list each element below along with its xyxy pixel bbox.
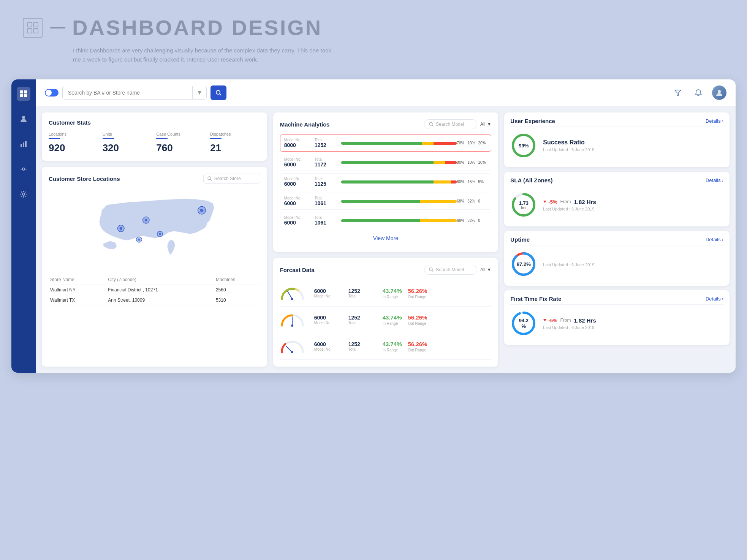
stat-units: Units 320: [103, 132, 153, 154]
forecast-header: Forcast Data Search Model All: [280, 265, 492, 275]
bar-pcts-2: 80% 15% 5%: [457, 180, 487, 184]
usa-map: [49, 188, 260, 272]
filter-button[interactable]: [671, 86, 685, 100]
store-col-name: Store Name: [49, 275, 106, 285]
forecast-search[interactable]: Search Model: [424, 265, 477, 275]
map-search[interactable]: Search Store: [203, 174, 260, 184]
svg-line-33: [432, 125, 433, 126]
analytics-filter-dropdown[interactable]: All ▼: [480, 122, 491, 127]
notification-button[interactable]: [692, 86, 705, 100]
stat-locations-bar: [49, 138, 60, 139]
svg-marker-46: [543, 201, 546, 203]
uptime-value: 87.2%: [517, 261, 531, 267]
sla-row: 1.73 hrs -5% From 1.82 Hr: [510, 188, 723, 221]
uptime-row: 87.2% Last Updated : 6 June 2019: [510, 248, 723, 280]
uptime-header: Uptime Details ›: [510, 236, 723, 243]
map-search-placeholder: Search Store: [214, 176, 241, 181]
store-locations-title: Customer Store Locations: [49, 176, 120, 182]
ux-header: User Experience Details ›: [510, 118, 723, 124]
svg-point-41: [291, 351, 293, 353]
svg-rect-1: [33, 22, 38, 27]
sidebar-item-grid[interactable]: [17, 87, 30, 101]
success-ratio-label: Success Ratio: [543, 139, 723, 146]
model-info-0: Model No. 8000: [284, 138, 315, 148]
sla-title: SLA (All Zones): [510, 177, 552, 184]
sla-info: -5% From 1.82 Hrs Last Updated : 6 June …: [543, 199, 723, 211]
svg-point-19: [718, 90, 721, 93]
table-row: Wallmart TX Ann Street, 10009 5310: [49, 295, 260, 305]
svg-point-15: [22, 193, 25, 195]
stat-case-counts: Case Counts 760: [156, 132, 206, 154]
uptime-details-link[interactable]: Details ›: [706, 237, 723, 242]
svg-line-35: [432, 271, 433, 272]
search-toggle[interactable]: [45, 89, 59, 96]
forecast-total-1: 1252 Total: [348, 315, 379, 325]
analytics-header: Machine Analytics Search Model All: [280, 119, 492, 129]
bar-pcts-4: 68% 32% 0: [457, 218, 487, 223]
sla-details-link[interactable]: Details ›: [706, 177, 723, 183]
user-experience-card: User Experience Details ›: [504, 112, 730, 167]
uptime-title: Uptime: [510, 236, 530, 243]
analytics-title: Machine Analytics: [280, 121, 329, 128]
success-ratio-info: Success Ratio Last Updated : 6 June 2019: [543, 139, 723, 152]
analytics-search[interactable]: Search Model: [424, 119, 477, 129]
search-button[interactable]: [210, 85, 226, 100]
svg-point-29: [158, 233, 161, 235]
success-ratio-updated: Last Updated : 6 June 2019: [543, 147, 723, 152]
forecast-pcts-1: 43.74% In Range 56.26% Out Range: [383, 314, 492, 326]
sidebar-item-user[interactable]: [17, 112, 30, 126]
search-input-wrap: ▼: [62, 86, 207, 100]
top-bar-right: [671, 85, 726, 100]
stat-locations-value: 920: [49, 142, 99, 154]
svg-rect-4: [20, 90, 23, 93]
svg-point-25: [144, 218, 148, 222]
ftfr-details-link[interactable]: Details ›: [706, 296, 723, 302]
avatar[interactable]: [712, 85, 726, 100]
store-col-machines: Machines: [214, 275, 260, 285]
svg-line-17: [220, 94, 221, 95]
search-dropdown[interactable]: ▼: [192, 86, 206, 99]
left-column: Customer Stats Locations 920 Units 320: [42, 112, 267, 367]
analytics-row-0: Model No. 8000 Total 1252: [280, 134, 492, 152]
store-table: Store Name City (Zipcode) Machines Wallm…: [49, 275, 260, 305]
ftfr-updated: Last Updated : 6 June 2019: [543, 325, 723, 330]
store-locations-card: Customer Store Locations Search Store: [42, 167, 267, 367]
ux-details-link[interactable]: Details ›: [706, 118, 723, 124]
forecast-model-2: 6000 Model No.: [314, 341, 345, 351]
map-header: Customer Store Locations Search Store: [49, 174, 260, 184]
sidebar-item-chart[interactable]: [17, 137, 30, 151]
first-time-fix-card: First Time Fix Rate Details ›: [504, 290, 730, 345]
machine-analytics-card: Machine Analytics Search Model All: [273, 112, 499, 252]
store-col-city: City (Zipcode): [106, 275, 214, 285]
store-city-1: Ann Street, 10009: [106, 295, 214, 305]
svg-line-21: [210, 179, 212, 180]
ux-title: User Experience: [510, 118, 555, 124]
logo-icon: [23, 18, 43, 38]
bar-3: [341, 200, 457, 203]
store-machines-1: 5310: [214, 295, 260, 305]
bar-pcts-3: 68% 32% 0: [457, 199, 487, 203]
analytics-row-2: Model No. 6000 Total 1125: [280, 173, 492, 190]
svg-rect-11: [25, 141, 27, 147]
sidebar-item-link[interactable]: [17, 162, 30, 176]
forecast-row-2: 6000 Model No. 1252 Total 43.74% In Ran: [280, 333, 492, 360]
stat-locations-label: Locations: [49, 132, 99, 136]
svg-line-36: [288, 291, 292, 299]
ftfr-row: 94.2 % -5% From 1.82 Hrs La: [510, 307, 723, 340]
svg-point-34: [429, 268, 432, 271]
title-line: [50, 27, 65, 28]
bar-0: [341, 142, 457, 145]
svg-point-32: [429, 122, 432, 125]
forecast-total-0: 1252 Total: [348, 288, 379, 298]
view-more-button[interactable]: View More: [280, 231, 492, 245]
svg-point-31: [138, 238, 140, 241]
ftfr-header: First Time Fix Rate Details ›: [510, 296, 723, 302]
search-input[interactable]: [63, 87, 192, 99]
customer-stats-title: Customer Stats: [49, 119, 260, 126]
content-grid: Customer Stats Locations 920 Units 320: [36, 106, 736, 373]
store-machines-0: 2560: [214, 285, 260, 295]
svg-line-40: [286, 346, 292, 352]
sla-header: SLA (All Zones) Details ›: [510, 177, 723, 184]
sidebar-item-settings[interactable]: [17, 187, 30, 201]
forecast-filter-dropdown[interactable]: All ▼: [480, 267, 491, 272]
